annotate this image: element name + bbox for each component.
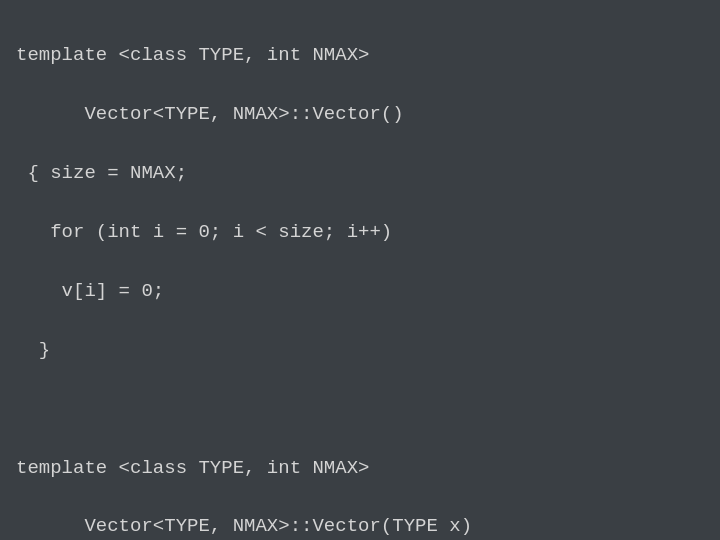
code-line-6: } — [16, 336, 704, 365]
code-line-3: { size = NMAX; — [16, 159, 704, 188]
code-editor: template <class TYPE, int NMAX> Vector<T… — [0, 0, 720, 540]
code-line-9: template <class TYPE, int NMAX> — [16, 454, 704, 483]
code-line-1: template <class TYPE, int NMAX> — [16, 41, 704, 70]
code-line-2: Vector<TYPE, NMAX>::Vector() — [16, 100, 704, 129]
code-line-5: v[i] = 0; — [16, 277, 704, 306]
code-line-4: for (int i = 0; i < size; i++) — [16, 218, 704, 247]
code-line-10: Vector<TYPE, NMAX>::Vector(TYPE x) — [16, 512, 704, 540]
